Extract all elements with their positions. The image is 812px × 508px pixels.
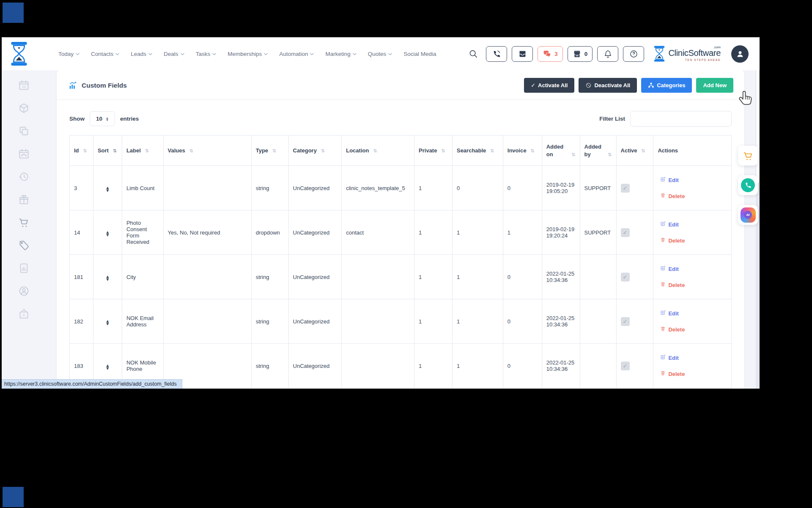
delete-link[interactable]: Delete: [660, 370, 727, 377]
column-header-values[interactable]: Values ⇅: [163, 135, 251, 166]
sidebar-item-copy[interactable]: [18, 125, 30, 137]
column-header-label[interactable]: Label ⇅: [122, 135, 163, 166]
inbox-button[interactable]: [512, 46, 533, 62]
add-new-button[interactable]: Add New: [696, 78, 733, 93]
svg-text:12: 12: [22, 85, 26, 89]
column-header-active[interactable]: Active ⇅: [616, 135, 653, 166]
sidebar-item-calendar-sync[interactable]: [18, 148, 30, 160]
sort-handle-icon[interactable]: ▲▼: [106, 276, 109, 281]
nav-item-automation[interactable]: Automation: [279, 51, 314, 57]
sort-arrows-icon[interactable]: ⇅: [113, 148, 117, 154]
calendar-sync-icon: [18, 154, 30, 161]
column-header-searchable[interactable]: Searchable ⇅: [452, 135, 503, 166]
column-header-location[interactable]: Location ⇅: [342, 135, 414, 166]
sort-arrows-icon[interactable]: ⇅: [373, 148, 377, 154]
delete-link[interactable]: Delete: [660, 237, 727, 244]
column-header-added-on[interactable]: Added on ⇅: [542, 135, 580, 166]
sidebar-item-case[interactable]: [18, 308, 30, 320]
active-checkbox[interactable]: ✓: [621, 362, 630, 370]
cell-type: string: [251, 344, 288, 388]
active-checkbox[interactable]: ✓: [621, 228, 630, 237]
store-button[interactable]: 0: [568, 46, 593, 62]
active-checkbox[interactable]: ✓: [621, 317, 630, 326]
sort-arrows-icon[interactable]: ⇅: [642, 148, 645, 154]
deactivate-all-button[interactable]: Deactivate All: [579, 78, 637, 93]
active-checkbox[interactable]: ✓: [621, 273, 630, 282]
sort-arrows-icon[interactable]: ⇅: [145, 148, 149, 154]
sort-arrows-icon[interactable]: ⇅: [272, 148, 276, 154]
sort-handle-icon[interactable]: ▲▼: [106, 364, 109, 370]
sort-arrows-icon[interactable]: ⇅: [490, 148, 494, 154]
chat-button[interactable]: 3: [538, 46, 563, 62]
sort-handle-icon[interactable]: ▲▼: [106, 231, 109, 237]
sidebar-item-gift[interactable]: [18, 194, 30, 205]
cell-sort: ▲▼: [93, 255, 122, 299]
sort-arrows-icon[interactable]: ⇅: [189, 148, 193, 154]
table-row: 3 ▲▼ Limb Count string UnCategorized cli…: [70, 166, 732, 210]
sidebar-item-report[interactable]: [18, 262, 30, 274]
edit-link[interactable]: Edit: [660, 221, 727, 228]
nav-item-marketing[interactable]: Marketing: [325, 51, 356, 57]
filter-input[interactable]: [630, 111, 732, 127]
sort-arrows-icon[interactable]: ⇅: [321, 148, 325, 154]
phone-button[interactable]: [486, 46, 507, 62]
edit-link[interactable]: Edit: [660, 177, 727, 183]
shop-widget-button[interactable]: [738, 146, 758, 166]
column-header-invoice[interactable]: Invoice ⇅: [503, 135, 542, 166]
bell-button[interactable]: [597, 46, 618, 62]
sort-handle-icon[interactable]: ▲▼: [106, 320, 109, 326]
activate-all-button[interactable]: ✓ Activate All: [524, 78, 574, 93]
sort-handle-icon[interactable]: ▲▼: [106, 187, 109, 192]
nav-item-contacts[interactable]: Contacts: [91, 51, 119, 57]
delete-link[interactable]: Delete: [660, 282, 727, 288]
page-size-select[interactable]: 10 ▲▼: [90, 111, 115, 126]
user-avatar[interactable]: [731, 45, 749, 63]
delete-link[interactable]: Delete: [660, 193, 727, 199]
nav-item-leads[interactable]: Leads: [131, 51, 152, 57]
nav-item-memberships[interactable]: Memberships: [228, 51, 268, 57]
sort-arrows-icon[interactable]: ⇅: [608, 152, 612, 157]
sidebar-item-tag[interactable]: [18, 240, 30, 251]
custom-fields-card: Custom Fields ✓ Activate All Deactivate …: [57, 70, 744, 389]
sort-arrows-icon[interactable]: ⇅: [531, 148, 535, 154]
sort-arrows-icon[interactable]: ⇅: [571, 152, 575, 157]
column-header-added-by[interactable]: Added by ⇅: [580, 135, 616, 166]
help-button[interactable]: [623, 46, 644, 62]
nav-item-social-media[interactable]: Social Media: [403, 51, 436, 57]
sort-arrows-icon[interactable]: ⇅: [83, 148, 87, 154]
categories-button[interactable]: Categories: [641, 78, 692, 93]
nav-item-quotes[interactable]: Quotes: [368, 51, 392, 57]
active-checkbox[interactable]: ✓: [621, 184, 630, 193]
sidebar-item-history[interactable]: [18, 171, 30, 182]
ai-widget-button[interactable]: AI: [738, 205, 758, 225]
column-header-category[interactable]: Category ⇅: [288, 135, 342, 166]
nav-item-deals[interactable]: Deals: [164, 51, 184, 57]
cell-actions: Edit Delete: [653, 166, 732, 210]
clinicsoftware-logo[interactable]: ClinicSoftware .com TEN STEPS AHEAD: [653, 45, 721, 62]
column-header-actions: Actions: [653, 135, 732, 166]
sidebar-item-user-circle[interactable]: [18, 285, 30, 297]
hourglass-logo-icon[interactable]: [9, 41, 29, 66]
cell-added-by: SUPPORT: [580, 210, 616, 255]
sidebar-item-package[interactable]: [18, 102, 30, 114]
edit-link[interactable]: Edit: [660, 310, 727, 317]
chart-icon: [69, 81, 77, 90]
nav-item-tasks[interactable]: Tasks: [196, 51, 217, 57]
search-icon[interactable]: [469, 49, 478, 58]
delete-link[interactable]: Delete: [660, 326, 727, 333]
sidebar-item-calendar[interactable]: 12: [18, 80, 30, 91]
column-header-type[interactable]: Type ⇅: [251, 135, 288, 166]
cell-active: ✓: [616, 299, 653, 344]
sidebar-item-cart[interactable]: [18, 217, 30, 228]
column-header-sort[interactable]: Sort ⇅: [93, 135, 122, 166]
edit-link[interactable]: Edit: [660, 354, 727, 361]
trash-icon: [660, 282, 666, 288]
sort-arrows-icon[interactable]: ⇅: [441, 148, 445, 154]
column-header-id[interactable]: Id ⇅: [70, 135, 93, 166]
column-header-private[interactable]: Private ⇅: [414, 135, 453, 166]
call-widget-button[interactable]: [738, 175, 758, 195]
nav-item-today[interactable]: Today: [58, 51, 80, 57]
edit-link[interactable]: Edit: [660, 265, 727, 272]
chevron-down-icon: [148, 53, 152, 55]
edit-icon: [660, 354, 666, 361]
